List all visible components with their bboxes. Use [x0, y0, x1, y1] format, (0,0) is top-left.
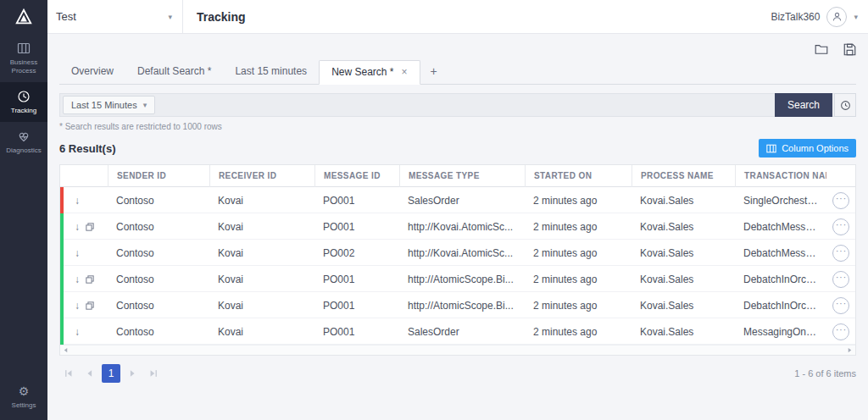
row-more-button[interactable]: ··· [832, 297, 849, 314]
download-icon[interactable]: ↓ [75, 221, 80, 233]
cell-transaction-name: MessagingOnlyScenario [735, 326, 826, 338]
cell-sender-id: Contoso [108, 326, 209, 338]
sidebar-item-diagnostics[interactable]: Diagnostics [0, 122, 47, 162]
tab-last-15-minutes[interactable]: Last 15 minutes [223, 59, 319, 84]
cell-started-on: 2 minutes ago [525, 195, 632, 207]
product-label[interactable]: BizTalk360 [771, 11, 820, 23]
download-icon[interactable]: ↓ [75, 300, 80, 312]
cell-transaction-name: SingleOrchestrationSc... [735, 195, 826, 207]
row-more-button[interactable]: ··· [832, 218, 849, 235]
table-header-row: SENDER ID RECEIVER ID MESSAGE ID MESSAGE… [60, 165, 855, 187]
sidebar-item-tracking[interactable]: Tracking [0, 82, 47, 122]
column-header-message-id[interactable]: MESSAGE ID [314, 165, 399, 187]
column-header-transaction-name[interactable]: TRANSACTION NAME [735, 165, 826, 187]
topbar: Test ▾ Tracking BizTalk360 ▾ [47, 0, 868, 34]
cell-sender-id: Contoso [108, 221, 209, 233]
workspace-name: Test [56, 10, 76, 23]
scroll-right-icon[interactable] [847, 347, 853, 353]
table-row[interactable]: ↓ Contoso Kovai PO001 http://Kovai.Atomi… [60, 213, 855, 240]
add-tab-button[interactable]: + [420, 59, 448, 84]
sidebar-item-label: Settings [12, 401, 36, 409]
row-more-button[interactable]: ··· [832, 192, 849, 209]
table-row[interactable]: ↓ Contoso Kovai PO001 http://AtomicScope… [60, 266, 855, 292]
batch-icon[interactable] [86, 301, 94, 310]
cell-receiver-id: Kovai [209, 326, 314, 338]
column-header-sender-id[interactable]: SENDER ID [108, 165, 209, 187]
table-row[interactable]: ↓ Contoso Kovai PO002 http://Kovai.Atomi… [60, 240, 855, 266]
main-content: Overview Default Search * Last 15 minute… [47, 34, 868, 420]
column-options-button[interactable]: Column Options [759, 139, 856, 158]
cell-message-id: PO002 [314, 247, 399, 259]
row-icons: ↓ [64, 300, 108, 312]
sidebar: Business Process Tracking Diagnostics ⚙ … [0, 0, 47, 420]
save-icon[interactable] [843, 43, 856, 56]
row-icons: ↓ [64, 247, 108, 259]
time-range-value: Last 15 Minutes [71, 100, 137, 110]
cell-message-type: http://AtomicScope.Bi... [399, 300, 525, 312]
close-tab-icon[interactable]: × [402, 60, 408, 85]
topbar-right: BizTalk360 ▾ [771, 7, 868, 27]
pagination-summary: 1 - 6 of 6 items [794, 368, 856, 379]
table-row[interactable]: ↓ Contoso Kovai PO001 SalesOrder 2 minut… [60, 187, 855, 213]
cell-sender-id: Contoso [108, 195, 209, 207]
download-icon[interactable]: ↓ [75, 326, 80, 338]
cell-message-id: PO001 [314, 221, 399, 233]
cell-message-type: http://AtomicScope.Bi... [399, 274, 525, 285]
query-history-button[interactable] [834, 93, 856, 117]
cell-sender-id: Contoso [108, 300, 209, 312]
cell-message-id: PO001 [314, 274, 399, 285]
batch-icon[interactable] [86, 223, 94, 231]
row-more-button[interactable]: ··· [832, 245, 849, 262]
logo-icon [14, 8, 33, 26]
table-row[interactable]: ↓ Contoso Kovai PO001 http://AtomicScope… [60, 292, 855, 318]
user-avatar[interactable] [826, 7, 847, 27]
scroll-left-icon[interactable] [63, 347, 69, 353]
batch-icon[interactable] [86, 275, 94, 284]
table-row[interactable]: ↓ Contoso Kovai PO001 SalesOrder 2 minut… [60, 318, 855, 345]
next-page-button[interactable] [123, 364, 142, 383]
column-header-message-type[interactable]: MESSAGE TYPE [399, 165, 525, 187]
open-folder-icon[interactable] [815, 43, 828, 55]
sidebar-item-label: Tracking [11, 107, 36, 114]
sidebar-item-settings[interactable]: ⚙ Settings [0, 377, 47, 417]
results-count: 6 Result(s) [59, 142, 115, 155]
column-header-receiver-id[interactable]: RECEIVER ID [209, 165, 314, 187]
search-button[interactable]: Search [775, 93, 832, 117]
tab-label: Overview [71, 65, 114, 77]
download-icon[interactable]: ↓ [75, 195, 80, 207]
cell-sender-id: Contoso [108, 247, 209, 259]
results-table: SENDER ID RECEIVER ID MESSAGE ID MESSAGE… [59, 164, 856, 356]
horizontal-scrollbar[interactable] [60, 345, 855, 355]
cell-process-name: Kovai.Sales [632, 195, 735, 207]
previous-page-button[interactable] [81, 364, 99, 383]
download-icon[interactable]: ↓ [75, 247, 80, 259]
column-header-started-on[interactable]: STARTED ON [525, 165, 632, 187]
page-number-current[interactable]: 1 [102, 364, 120, 383]
row-more-button[interactable]: ··· [832, 271, 849, 288]
tab-new-search[interactable]: New Search * × [319, 60, 420, 85]
last-page-button[interactable] [144, 364, 163, 383]
cell-started-on: 2 minutes ago [525, 274, 632, 285]
gear-icon: ⚙ [2, 384, 46, 400]
row-icons: ↓ [64, 326, 108, 338]
cell-transaction-name: DebatchInOrchestrati... [735, 300, 826, 312]
cell-message-id: PO001 [314, 326, 399, 338]
user-menu-chevron-icon[interactable]: ▾ [854, 13, 858, 21]
app-logo[interactable] [0, 0, 47, 34]
column-header-process-name[interactable]: PROCESS NAME [632, 165, 735, 187]
download-icon[interactable]: ↓ [75, 274, 80, 285]
cell-started-on: 2 minutes ago [525, 300, 632, 312]
cell-process-name: Kovai.Sales [632, 326, 735, 338]
cell-started-on: 2 minutes ago [525, 221, 632, 233]
tab-default-search[interactable]: Default Search * [125, 59, 223, 84]
document-actions [59, 41, 856, 58]
cell-transaction-name: DebatchInOrchestrati... [735, 274, 826, 285]
tab-overview[interactable]: Overview [59, 59, 125, 84]
time-range-dropdown[interactable]: Last 15 Minutes ▾ [63, 96, 155, 114]
workspace-dropdown[interactable]: Test ▾ [47, 0, 183, 34]
row-more-button[interactable]: ··· [832, 323, 849, 340]
first-page-button[interactable] [59, 364, 78, 383]
cell-receiver-id: Kovai [209, 274, 314, 285]
chevron-down-icon: ▾ [168, 13, 172, 21]
sidebar-item-business-process[interactable]: Business Process [0, 34, 47, 82]
